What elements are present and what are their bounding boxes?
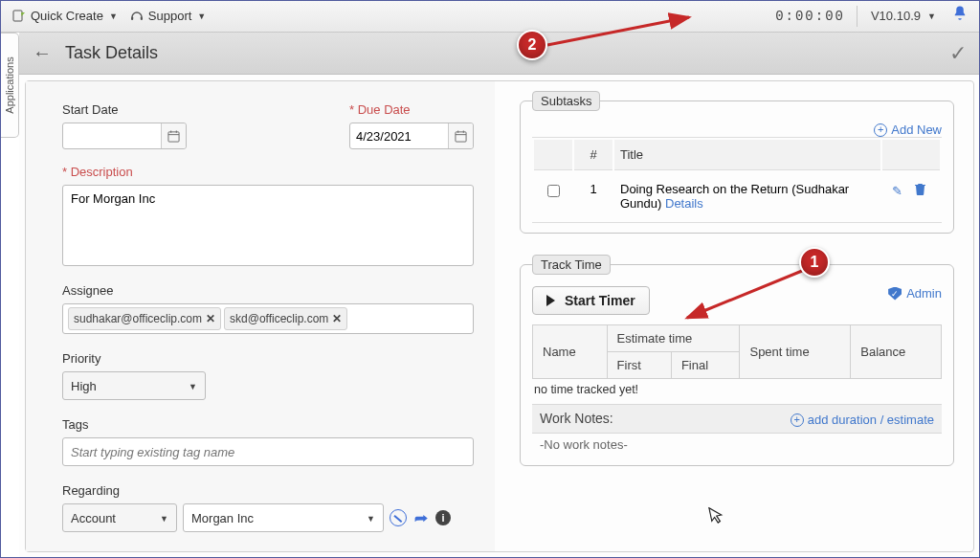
priority-select[interactable]: High ▼ <box>62 371 206 400</box>
col-spent: Spent time <box>740 325 851 379</box>
priority-label: Priority <box>62 351 474 366</box>
regarding-value-select[interactable]: Morgan Inc ▼ <box>183 503 384 532</box>
col-first: First <box>607 352 671 379</box>
start-date-label: Start Date <box>62 102 187 117</box>
version-menu[interactable]: V10.10.9 ▼ <box>858 6 946 27</box>
top-toolbar: Quick Create ▼ Support ▼ 0:00:00 V10.10.… <box>0 0 980 33</box>
due-date-field[interactable] <box>349 123 474 149</box>
due-date-label: * Due Date <box>349 102 474 117</box>
regarding-label: Regarding <box>62 483 474 498</box>
plus-circle-icon: + <box>791 413 804 427</box>
caret-down-icon: ▼ <box>927 11 936 21</box>
edit-icon[interactable]: ✎ <box>888 184 906 198</box>
col-estimate: Estimate time <box>607 325 740 352</box>
add-duration-link[interactable]: + add duration / estimate <box>791 413 934 427</box>
subtasks-panel: Subtasks + Add New # Title 1 <box>520 91 954 234</box>
svg-rect-7 <box>456 131 466 141</box>
start-date-field[interactable] <box>62 123 187 149</box>
page-title: Task Details <box>65 43 158 63</box>
start-timer-button[interactable]: Start Timer <box>532 286 650 315</box>
back-arrow-icon[interactable]: ← <box>33 42 52 64</box>
subtask-details-link[interactable]: Details <box>665 196 703 211</box>
shield-icon: ✓ <box>888 287 902 301</box>
svg-rect-0 <box>13 11 22 21</box>
applications-side-tab[interactable]: Applications <box>0 33 19 138</box>
support-menu[interactable]: Support ▼ <box>123 6 212 27</box>
tags-input[interactable] <box>62 437 474 466</box>
caret-down-icon: ▼ <box>367 514 375 524</box>
work-notes-label: Work Notes: <box>540 411 613 426</box>
delete-icon[interactable] <box>910 184 930 198</box>
caret-down-icon: ▼ <box>109 11 118 21</box>
quick-create-icon <box>11 9 27 24</box>
right-pane: Subtasks + Add New # Title 1 <box>495 81 973 551</box>
subtasks-table: # Title 1 Doing Research on the Return (… <box>532 137 942 223</box>
admin-link[interactable]: ✓ Admin <box>888 286 942 301</box>
caret-down-icon: ▼ <box>197 11 206 21</box>
support-label: Support <box>148 9 192 23</box>
left-pane: Start Date * Due Date <box>26 81 495 551</box>
info-icon[interactable]: i <box>435 510 451 525</box>
caret-down-icon: ▼ <box>189 382 197 391</box>
assignee-tag: skd@officeclip.com✕ <box>224 307 347 330</box>
calendar-icon[interactable] <box>161 123 186 148</box>
description-textarea[interactable] <box>62 185 474 266</box>
plus-circle-icon: + <box>874 123 887 137</box>
toolbar-timer: 0:00:00 <box>764 6 858 27</box>
clear-icon[interactable] <box>390 509 407 526</box>
description-label: * Description <box>62 165 474 179</box>
track-time-panel: Track Time ✓ Admin Start Timer Name Esti… <box>520 255 954 466</box>
col-num: # <box>574 140 612 170</box>
confirm-check-icon[interactable]: ✓ <box>949 41 967 66</box>
tags-label: Tags <box>62 417 474 432</box>
assignee-input[interactable]: sudhakar@officeclip.com✕ skd@officeclip.… <box>62 303 474 334</box>
quick-create-label: Quick Create <box>31 9 103 23</box>
page-header: ← Task Details ✓ <box>19 33 980 75</box>
svg-rect-2 <box>141 16 143 20</box>
calendar-icon[interactable] <box>448 123 473 148</box>
subtask-checkbox[interactable] <box>547 185 560 197</box>
track-time-legend: Track Time <box>532 255 611 275</box>
add-subtask-button[interactable]: + Add New <box>874 123 942 137</box>
col-name: Name <box>533 325 608 379</box>
regarding-type-select[interactable]: Account ▼ <box>62 503 177 532</box>
svg-rect-1 <box>131 16 133 20</box>
remove-tag-icon[interactable]: ✕ <box>332 312 342 325</box>
work-notes-empty: -No work notes- <box>532 434 942 456</box>
assignee-tag: sudhakar@officeclip.com✕ <box>68 307 221 330</box>
workspace: Start Date * Due Date <box>19 75 980 558</box>
headset-icon <box>129 9 145 24</box>
version-label: V10.10.9 <box>871 9 921 23</box>
no-time-tracked: no time tracked yet! <box>532 379 942 400</box>
col-title: Title <box>614 140 880 170</box>
play-icon <box>546 295 555 306</box>
col-balance: Balance <box>851 325 942 379</box>
assignee-label: Assignee <box>62 283 474 298</box>
task-owner-label: Task Owner <box>62 549 474 551</box>
time-table: Name Estimate time Spent time Balance Fi… <box>532 324 942 379</box>
quick-create-menu[interactable]: Quick Create ▼ <box>6 6 123 27</box>
share-icon[interactable]: ➦ <box>411 509 432 526</box>
caret-down-icon: ▼ <box>160 514 168 524</box>
subtasks-legend: Subtasks <box>532 91 600 111</box>
svg-rect-3 <box>168 131 179 141</box>
subtask-row: 1 Doing Research on the Return (Sudhakar… <box>534 172 940 220</box>
applications-label: Applications <box>4 56 15 113</box>
col-final: Final <box>671 352 740 379</box>
bell-icon[interactable] <box>946 5 974 27</box>
remove-tag-icon[interactable]: ✕ <box>206 312 215 325</box>
